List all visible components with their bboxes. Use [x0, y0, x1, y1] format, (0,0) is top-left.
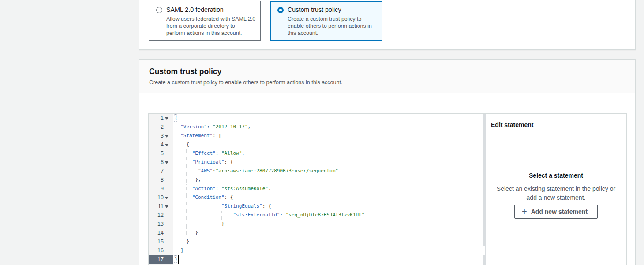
matching-brace-highlight — [174, 255, 177, 263]
gutter-line-9: 9 — [149, 184, 173, 193]
gutter-line-12: 12 — [149, 211, 173, 220]
code-line-3: "Statement": [ — [173, 131, 483, 140]
fold-toggle-icon[interactable] — [165, 161, 168, 164]
panel-description: Create a custom trust policy to enable o… — [149, 78, 625, 86]
line-number: 14 — [157, 228, 164, 237]
line-number: 2 — [161, 123, 164, 131]
code-line-10: "Condition": { — [173, 193, 483, 202]
code-line-15: } — [173, 237, 483, 246]
gutter-line-14: 14 — [149, 228, 173, 237]
code-line-8: }, — [173, 175, 483, 184]
tile-custom-inner: Custom trust policy Create a custom trus… — [277, 6, 379, 37]
select-statement-title: Select a statement — [486, 171, 626, 180]
fold-toggle-icon[interactable] — [165, 135, 168, 138]
line-number: 6 — [161, 158, 164, 167]
panel-header: Custom trust policy Create a custom trus… — [139, 60, 635, 93]
line-number: 13 — [157, 220, 164, 228]
gutter-line-1: 1 — [149, 114, 173, 123]
gutter-line-2: 2 — [149, 123, 173, 131]
code-line-2: "Version": "2012-10-17", — [173, 123, 483, 131]
gutter-line-3: 3 — [149, 131, 173, 140]
policy-code-editor: 1234567891011121314151617 { "Version": "… — [148, 113, 627, 265]
radio-checked-icon[interactable] — [277, 7, 284, 13]
gutter-line-11: 11 — [149, 202, 173, 211]
editor-gutter: 1234567891011121314151617 — [149, 114, 173, 265]
code-line-11: "StringEquals": { — [173, 202, 483, 211]
code-line-6: "Principal": { — [173, 158, 483, 167]
line-number: 15 — [157, 237, 164, 246]
gutter-line-4: 4 — [149, 140, 173, 149]
edit-statement-header: Edit statement — [486, 114, 626, 138]
code-line-9: "Action": "sts:AssumeRole", — [173, 184, 483, 193]
code-line-12: "sts:ExternalId": "seq_nUjDTc8zHSJ4T3tzv… — [173, 211, 483, 220]
tile-saml-federation[interactable]: SAML 2.0 federation Allow users federate… — [149, 1, 261, 41]
radio-unchecked-icon[interactable] — [156, 7, 162, 13]
tile-saml-description: Allow users federated with SAML 2.0from … — [166, 15, 258, 37]
gutter-line-15: 15 — [149, 237, 173, 246]
code-line-5: "Effect": "Allow", — [173, 149, 483, 158]
tile-custom-title: Custom trust policy — [288, 6, 341, 14]
text-cursor — [178, 255, 179, 264]
fold-toggle-icon[interactable] — [165, 197, 168, 199]
fold-toggle-icon[interactable] — [165, 117, 168, 120]
fold-toggle-icon[interactable] — [165, 205, 168, 208]
splitter-grip-icon — [484, 246, 485, 255]
matching-brace-highlight — [174, 114, 177, 122]
line-number: 1 — [161, 114, 164, 123]
panel-title: Custom trust policy — [149, 66, 625, 77]
gutter-line-10: 10 — [149, 193, 173, 202]
statement-empty-state: Select a statement Select an existing st… — [486, 171, 626, 219]
line-number: 8 — [161, 175, 164, 184]
gutter-line-5: 5 — [149, 149, 173, 158]
custom-trust-policy-panel: Custom trust policy Create a custom trus… — [139, 59, 636, 265]
tile-saml-inner: SAML 2.0 federation Allow users federate… — [156, 6, 258, 37]
line-number: 12 — [157, 211, 164, 220]
code-line-13: } — [173, 220, 483, 228]
trusted-entity-type-section: SAML 2.0 federation Allow users federate… — [139, 0, 636, 50]
line-number: 10 — [157, 193, 164, 202]
edit-statement-panel: Edit statement Select a statement Select… — [486, 114, 626, 265]
code-line-1: { — [173, 114, 483, 123]
editor-code-area[interactable]: { "Version": "2012-10-17", "Statement": … — [173, 114, 483, 265]
line-number: 5 — [161, 149, 164, 158]
line-number: 16 — [157, 246, 164, 255]
code-line-16: ] — [173, 246, 483, 255]
tile-custom-trust-policy[interactable]: Custom trust policy Create a custom trus… — [270, 1, 382, 41]
gutter-line-13: 13 — [149, 220, 173, 228]
plus-icon: + — [522, 207, 527, 216]
select-statement-description: Select an existing statement in the poli… — [486, 184, 626, 202]
edit-statement-title: Edit statement — [491, 120, 621, 129]
add-new-statement-button[interactable]: + Add new statement — [514, 205, 598, 219]
splitter-grip-icon — [483, 246, 484, 255]
line-number: 11 — [158, 202, 164, 211]
gutter-line-17: 17 — [149, 255, 173, 264]
gutter-line-6: 6 — [149, 158, 173, 167]
line-number: 9 — [161, 184, 164, 193]
code-line-7: "AWS":"arn:aws:iam::280772890673:user/se… — [173, 167, 483, 175]
gutter-line-16: 16 — [149, 246, 173, 255]
gutter-line-7: 7 — [149, 167, 173, 175]
tile-saml-title: SAML 2.0 federation — [166, 6, 224, 14]
line-number: 3 — [161, 131, 164, 140]
tile-custom-description: Create a custom trust policy toenable ot… — [288, 15, 379, 37]
code-line-14: } — [173, 228, 483, 237]
gutter-line-8: 8 — [149, 175, 173, 184]
add-new-statement-label: Add new statement — [531, 208, 588, 215]
line-number: 7 — [161, 167, 164, 175]
line-number: 4 — [161, 140, 164, 149]
code-line-4: { — [173, 140, 483, 149]
code-line-17: } — [173, 255, 483, 264]
fold-toggle-icon[interactable] — [165, 144, 168, 146]
line-number: 17 — [157, 255, 164, 264]
